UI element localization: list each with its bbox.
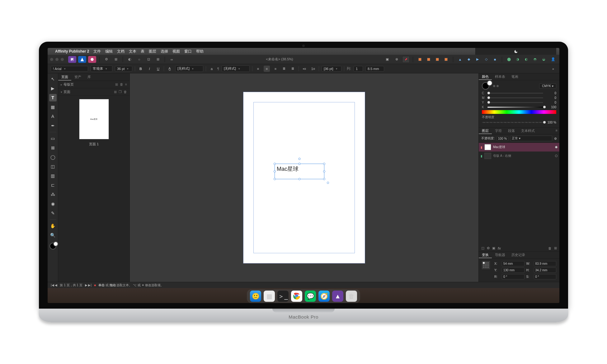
menu-edit[interactable]: 编辑 [105,49,113,54]
align-justify-all-button[interactable]: ≣ [290,66,296,72]
toolbar-btn-1[interactable]: ◐ [126,56,134,63]
tab-swatches[interactable]: 样本条 [492,73,508,80]
align-left-button[interactable]: ≡ [255,66,261,72]
column-count[interactable]: 1 [354,66,363,72]
snapping-toggle[interactable]: ⬈ [402,56,410,63]
underline-button[interactable]: U [155,66,161,72]
slider-y[interactable] [487,102,543,103]
window-controls[interactable] [50,58,64,61]
color-wells[interactable] [49,243,56,250]
menu-text[interactable]: 文本 [129,49,136,54]
toolbar-btn-3[interactable]: ⊡ [145,56,152,63]
ellipse-tool[interactable]: ◯ [49,153,57,161]
layer-visibility-0[interactable] [555,146,558,148]
menu-select[interactable]: 选择 [161,49,168,54]
dock-trash[interactable]: 🗑 [346,291,357,302]
artistic-text-tool[interactable]: A [49,113,57,120]
panel-menu-icon[interactable]: ≡ [554,128,559,134]
handle-text-flow[interactable] [327,182,329,184]
arrange-2[interactable] [425,56,432,63]
transform-x[interactable]: 54 mm [502,261,525,266]
pan-tool[interactable]: ✋ [49,222,57,230]
persona-designer[interactable] [78,56,86,63]
page-thumbnail-1[interactable]: Mac星球 [79,99,109,139]
zoom-tool[interactable]: 🔍 [49,231,57,239]
page-nav-prev[interactable]: |◀ ◀ [51,283,57,287]
node-tool[interactable]: ▶ [49,85,57,92]
preflight-icon[interactable]: ∞ [168,56,176,63]
master-menu-icon[interactable]: ≡ [125,82,127,86]
masters-section[interactable]: 母版页 ⊞🗑≡ [58,81,129,88]
shape-tool[interactable]: ▥ [49,172,57,180]
tab-layers[interactable]: 图层 [479,128,492,134]
align-2[interactable]: ◆ [465,56,473,63]
char-style-dropdown[interactable]: [无样式] [222,65,250,72]
layer-add-icon[interactable]: ⊞ [554,246,557,250]
transform-s[interactable]: 0 ° [534,274,557,279]
character-panel-icon[interactable]: A̲ [167,66,173,72]
account-icon[interactable]: 👤 [549,56,557,63]
handle-top-mid[interactable] [299,163,301,165]
align-right-button[interactable]: ≡ [272,66,279,72]
transform-w[interactable]: 83.9 mm [534,261,557,266]
bold-button[interactable]: B [138,66,144,72]
paragraph-style-dropdown[interactable]: [无样式] [175,65,203,72]
handle-bot-mid[interactable] [299,178,301,180]
color-picker-tool[interactable]: ✎ [49,209,57,217]
fx-icon-2[interactable]: ✿ [487,246,490,250]
italic-button[interactable]: I [146,66,153,72]
toolbar-btn-6[interactable]: ⊕ [393,56,400,63]
dock-affinity[interactable]: ▲ [332,291,343,302]
list-number-button[interactable]: 1≡ [310,66,316,72]
settings-icon[interactable]: ⚙ [103,56,110,63]
layer-visibility-1[interactable] [555,155,558,157]
arrange-3[interactable] [434,56,441,63]
tab-history[interactable]: 历史记录 [508,252,528,258]
bool-2[interactable]: ◑ [514,56,521,63]
slider-opacity[interactable] [482,122,543,123]
canvas[interactable]: Mac星球 [130,73,478,282]
tab-stroke[interactable]: 笔画 [508,73,521,80]
layer-item-1[interactable]: ▮ 母版 A - 右侧 [479,152,559,160]
align-justify-button[interactable]: ≣ [281,66,287,72]
tab-color[interactable]: 颜色 [479,73,492,80]
handle-mid-left[interactable] [274,170,276,173]
persona-publisher[interactable] [68,56,76,63]
menu-table[interactable]: 表 [141,49,144,54]
dock-chrome[interactable] [291,291,302,302]
toolbar-btn-2[interactable]: ○ [135,56,143,63]
handle-rotate[interactable] [299,158,301,160]
align-4[interactable]: ◇ [482,56,490,63]
handle-bot-right[interactable] [323,178,325,180]
fx-label[interactable]: fx [498,246,501,250]
pen-tool[interactable]: ✒ [49,122,57,129]
arrange-4[interactable] [442,56,450,63]
tab-text-styles[interactable]: 文本样式 [518,128,538,134]
toolbar-btn-5[interactable]: ▣ [383,56,391,63]
page-nav-next[interactable]: ▶ ▶| [85,283,92,287]
color-well-pair[interactable] [482,82,489,90]
rectangle-tool[interactable]: ▭ [49,135,57,142]
layer-opacity-field[interactable]: 100 % [496,136,508,141]
menu-layer[interactable]: 图层 [149,49,156,54]
app-menu[interactable]: Affinity Publisher 2 [55,49,89,54]
master-add-icon[interactable]: ⊞ [115,82,118,86]
transform-r[interactable]: 0 ° [502,274,525,279]
overflow-menu[interactable]: » [550,66,556,72]
char-style-icon[interactable]: a [209,66,215,72]
slider-k[interactable] [487,107,543,108]
dock-finder[interactable]: 🙂 [250,291,261,302]
hue-strip[interactable] [482,110,556,114]
menu-document[interactable]: 文档 [117,49,125,54]
layer-item-0[interactable]: ▮ Mac星球 [479,143,559,152]
tab-character[interactable]: 字符 [492,128,505,134]
blend-mode-dropdown[interactable]: 正常 ▾ [510,136,552,141]
master-delete-icon[interactable]: 🗑 [120,82,123,86]
transparency-tool[interactable]: ◉ [49,200,57,208]
arrange-1[interactable] [416,56,424,63]
frame-text-tool[interactable]: T [49,94,57,101]
toolbar-btn-4[interactable]: ⊞ [154,56,162,63]
leading-field[interactable]: [36 pt] [322,66,341,72]
tab-paragraph[interactable]: 段落 [505,128,518,134]
preferences-icon[interactable]: ⊞ [112,56,120,63]
